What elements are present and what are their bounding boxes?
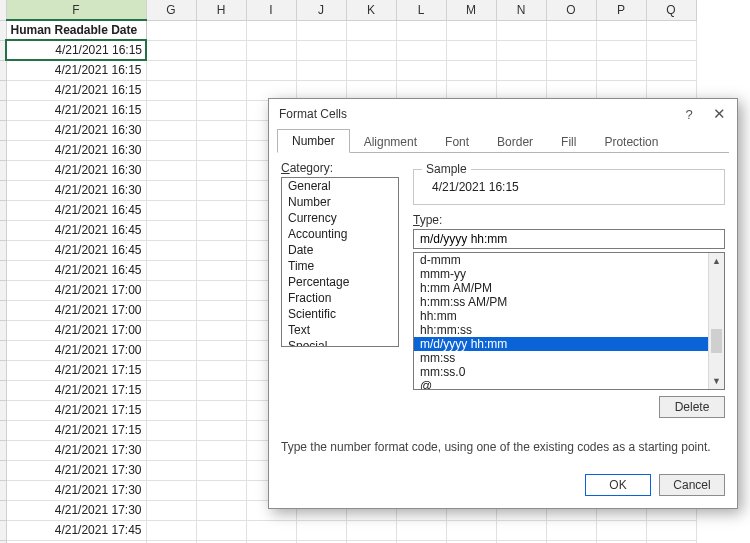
data-cell[interactable]: 4/21/2021 17:30 xyxy=(6,480,146,500)
data-cell[interactable]: 4/21/2021 17:15 xyxy=(6,400,146,420)
tab-fill[interactable]: Fill xyxy=(547,131,590,153)
type-list-item[interactable]: m/d/yyyy hh:mm xyxy=(414,337,708,351)
category-item[interactable]: Currency xyxy=(282,210,398,226)
category-item[interactable]: Date xyxy=(282,242,398,258)
data-cell[interactable]: 4/21/2021 16:45 xyxy=(6,220,146,240)
dialog-tabs: NumberAlignmentFontBorderFillProtection xyxy=(277,129,729,153)
category-item[interactable]: General xyxy=(282,178,398,194)
column-header-N[interactable]: N xyxy=(496,0,546,20)
type-list-item[interactable]: h:mm AM/PM xyxy=(414,281,708,295)
category-item[interactable]: Text xyxy=(282,322,398,338)
type-list-item[interactable]: @ xyxy=(414,379,708,389)
data-cell[interactable]: 4/21/2021 16:15 xyxy=(6,40,146,60)
category-label: Category: xyxy=(281,161,399,175)
data-cell[interactable]: 4/21/2021 16:15 xyxy=(6,60,146,80)
category-item[interactable]: Time xyxy=(282,258,398,274)
tab-alignment[interactable]: Alignment xyxy=(350,131,431,153)
category-item[interactable]: Percentage xyxy=(282,274,398,290)
type-list-item[interactable]: mm:ss xyxy=(414,351,708,365)
format-hint: Type the number format code, using one o… xyxy=(281,440,725,454)
type-label: Type: xyxy=(413,213,725,227)
data-cell[interactable]: 4/21/2021 17:00 xyxy=(6,340,146,360)
data-cell[interactable]: 4/21/2021 16:30 xyxy=(6,140,146,160)
type-list-item[interactable]: mmm-yy xyxy=(414,267,708,281)
data-cell[interactable]: 4/21/2021 17:00 xyxy=(6,300,146,320)
category-listbox[interactable]: GeneralNumberCurrencyAccountingDateTimeP… xyxy=(281,177,399,347)
scroll-down-icon[interactable]: ▼ xyxy=(709,373,724,389)
ok-button[interactable]: OK xyxy=(585,474,651,496)
data-cell[interactable]: 4/21/2021 17:30 xyxy=(6,500,146,520)
column-header-J[interactable]: J xyxy=(296,0,346,20)
data-cell[interactable]: 4/21/2021 17:15 xyxy=(6,380,146,400)
data-cell[interactable]: 4/21/2021 17:15 xyxy=(6,360,146,380)
column-header-F[interactable]: F xyxy=(6,0,146,20)
tab-font[interactable]: Font xyxy=(431,131,483,153)
column-header-O[interactable]: O xyxy=(546,0,596,20)
data-cell[interactable]: 4/21/2021 16:30 xyxy=(6,120,146,140)
header-cell[interactable]: Human Readable Date xyxy=(6,20,146,40)
sample-label: Sample xyxy=(422,162,471,176)
dialog-title: Format Cells xyxy=(279,107,347,121)
close-icon[interactable]: ✕ xyxy=(711,106,727,122)
category-item[interactable]: Accounting xyxy=(282,226,398,242)
tab-number[interactable]: Number xyxy=(277,129,350,153)
type-listbox[interactable]: d-mmmmmm-yyh:mm AM/PMh:mm:ss AM/PMhh:mmh… xyxy=(413,252,725,390)
column-header-P[interactable]: P xyxy=(596,0,646,20)
column-header-I[interactable]: I xyxy=(246,0,296,20)
column-header-H[interactable]: H xyxy=(196,0,246,20)
cancel-button[interactable]: Cancel xyxy=(659,474,725,496)
column-header-K[interactable]: K xyxy=(346,0,396,20)
column-header-L[interactable]: L xyxy=(396,0,446,20)
column-header-M[interactable]: M xyxy=(446,0,496,20)
help-icon[interactable]: ? xyxy=(681,106,697,122)
data-cell[interactable]: 4/21/2021 17:15 xyxy=(6,420,146,440)
data-cell[interactable]: 4/21/2021 17:45 xyxy=(6,520,146,540)
data-cell[interactable]: 4/21/2021 17:00 xyxy=(6,320,146,340)
category-item[interactable]: Fraction xyxy=(282,290,398,306)
tab-border[interactable]: Border xyxy=(483,131,547,153)
category-item[interactable]: Special xyxy=(282,338,398,347)
dialog-titlebar[interactable]: Format Cells ? ✕ xyxy=(269,99,737,129)
data-cell[interactable]: 4/21/2021 16:30 xyxy=(6,160,146,180)
type-list-item[interactable]: hh:mm xyxy=(414,309,708,323)
category-item[interactable]: Scientific xyxy=(282,306,398,322)
type-list-scrollbar[interactable]: ▲ ▼ xyxy=(708,253,724,389)
delete-button[interactable]: Delete xyxy=(659,396,725,418)
type-list-item[interactable]: mm:ss.0 xyxy=(414,365,708,379)
column-header-Q[interactable]: Q xyxy=(646,0,696,20)
format-cells-dialog: Format Cells ? ✕ NumberAlignmentFontBord… xyxy=(268,98,738,509)
data-cell[interactable]: 4/21/2021 16:45 xyxy=(6,260,146,280)
sample-value: 4/21/2021 16:15 xyxy=(424,178,714,194)
data-cell[interactable]: 4/21/2021 16:30 xyxy=(6,180,146,200)
data-cell[interactable]: 4/21/2021 17:30 xyxy=(6,440,146,460)
column-header-G[interactable]: G xyxy=(146,0,196,20)
data-cell[interactable]: 4/21/2021 16:45 xyxy=(6,200,146,220)
data-cell[interactable]: 4/21/2021 17:00 xyxy=(6,280,146,300)
type-list-item[interactable]: h:mm:ss AM/PM xyxy=(414,295,708,309)
tab-protection[interactable]: Protection xyxy=(590,131,672,153)
type-input[interactable] xyxy=(413,229,725,249)
data-cell[interactable]: 4/21/2021 16:45 xyxy=(6,240,146,260)
scroll-thumb[interactable] xyxy=(711,329,722,353)
category-item[interactable]: Number xyxy=(282,194,398,210)
data-cell[interactable]: 4/21/2021 16:15 xyxy=(6,100,146,120)
sample-box: Sample 4/21/2021 16:15 xyxy=(413,169,725,205)
data-cell[interactable]: 4/21/2021 17:30 xyxy=(6,460,146,480)
data-cell[interactable]: 4/21/2021 16:15 xyxy=(6,80,146,100)
scroll-up-icon[interactable]: ▲ xyxy=(709,253,724,269)
type-list-item[interactable]: hh:mm:ss xyxy=(414,323,708,337)
type-list-item[interactable]: d-mmm xyxy=(414,253,708,267)
